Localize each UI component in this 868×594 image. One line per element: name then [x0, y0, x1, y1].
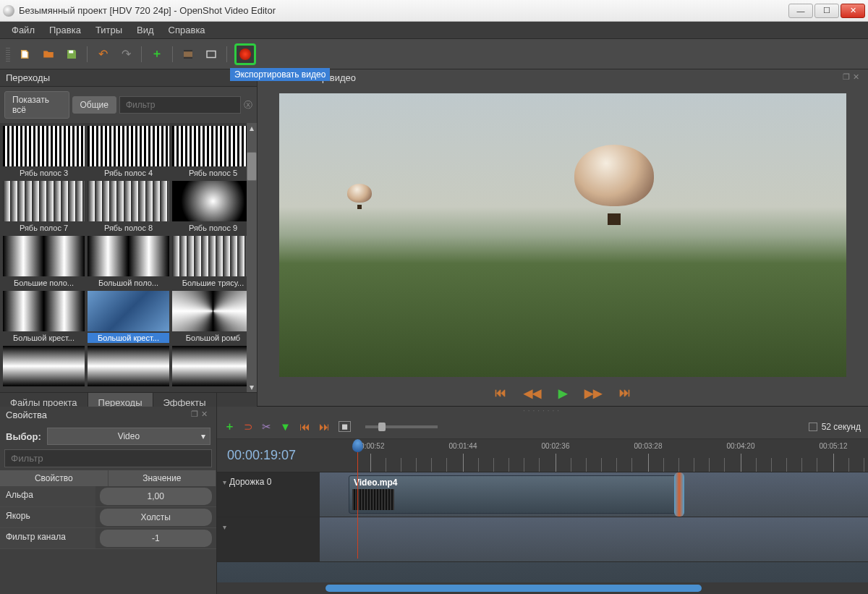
play-icon[interactable]: ▶ — [558, 386, 567, 400]
transition-thumb[interactable]: Рябь полос 5 — [172, 126, 254, 178]
jump-start-icon[interactable]: ⏮ — [495, 386, 506, 399]
window-titlebar: Безымянный проект [HDV 720 24p] - OpenSh… — [0, 0, 868, 22]
selection-label: Выбор: — [6, 431, 41, 442]
menubar: Файл Правка Титры Вид Справка — [0, 22, 868, 39]
undo-icon[interactable]: ↶ — [95, 46, 111, 62]
timeline-toolbar: ＋ ⊃ ✂ ▼ ⏮ ⏭ ◼ 52 секунд — [217, 415, 868, 439]
toolbar-grip[interactable] — [6, 47, 10, 61]
export-tooltip: Экспортировать видео — [230, 68, 330, 81]
selection-dropdown[interactable]: Video — [47, 428, 210, 445]
timeline-duration: 52 секунд — [822, 422, 861, 432]
balloon-graphic — [574, 145, 654, 239]
window-minimize-button[interactable]: — — [788, 4, 813, 18]
transition-thumb[interactable]: Большой поло... — [88, 236, 169, 288]
zoom-slider[interactable] — [365, 425, 438, 428]
snap-icon[interactable]: ⊃ — [244, 420, 253, 433]
track-header-empty[interactable] — [217, 517, 320, 561]
export-video-button[interactable] — [234, 43, 256, 65]
transition-thumb[interactable]: Большой ромб — [172, 291, 254, 343]
import-files-icon[interactable]: ＋ — [149, 46, 165, 62]
clear-filter-icon[interactable]: ⓧ — [244, 99, 252, 111]
svg-rect-3 — [184, 56, 192, 58]
preview-panel: Предпросм отр видео ❐✕ ⏮ ◀◀ ▶ ▶▶ ⏭ — [258, 69, 868, 406]
timecode-display[interactable]: 00:00:19:07 — [217, 448, 320, 463]
center-playhead-icon[interactable]: ◼ — [339, 421, 351, 432]
add-track-icon[interactable]: ＋ — [224, 420, 235, 433]
playhead[interactable] — [357, 439, 358, 559]
transitions-filter-input[interactable] — [119, 96, 241, 114]
window-close-button[interactable]: ✕ — [841, 4, 865, 18]
panel-dock-icon[interactable]: ❐ — [843, 72, 850, 83]
marker-dropdown-icon[interactable]: ▼ — [280, 420, 291, 433]
panel-close-icon[interactable]: ✕ — [201, 410, 208, 420]
menu-edit[interactable]: Правка — [43, 22, 87, 38]
timeline-h-scrollbar[interactable] — [217, 582, 868, 594]
timeline-ruler[interactable]: 00:00:5200:01:4400:02:3600:03:2800:04:20… — [320, 439, 868, 472]
playback-controls: ⏮ ◀◀ ▶ ▶▶ ⏭ — [258, 380, 868, 406]
video-clip[interactable]: Video.mp4 — [349, 475, 678, 514]
transition-marker[interactable] — [674, 472, 684, 517]
save-project-icon[interactable] — [64, 46, 80, 62]
transition-thumb[interactable] — [3, 346, 85, 389]
open-project-icon[interactable] — [41, 46, 56, 62]
prev-marker-icon[interactable]: ⏮ — [299, 420, 310, 433]
transition-thumb[interactable]: Большой крест... — [88, 291, 169, 343]
property-row[interactable]: ЯкорьХолсты — [0, 507, 216, 528]
redo-icon[interactable]: ↷ — [118, 46, 134, 62]
property-row[interactable]: Альфа1,00 — [0, 486, 216, 507]
track-body-empty[interactable] — [320, 517, 868, 561]
transition-thumb[interactable]: Большие поло... — [3, 236, 85, 288]
col-value[interactable]: Значение — [109, 470, 217, 486]
fullscreen-icon[interactable] — [203, 46, 219, 62]
video-preview[interactable] — [279, 93, 846, 377]
new-project-icon[interactable] — [17, 46, 33, 62]
track-body[interactable]: Video.mp4 — [320, 472, 868, 517]
transition-thumb[interactable]: Рябь полос 9 — [172, 181, 254, 233]
properties-panel: Свойства ❐✕ Выбор: Video Свойство Значен… — [0, 407, 217, 594]
svg-rect-0 — [69, 50, 73, 53]
panel-close-icon[interactable]: ✕ — [853, 72, 859, 83]
transition-thumb[interactable]: Большие трясу... — [172, 236, 254, 288]
duration-checkbox[interactable] — [809, 423, 817, 431]
timeline-panel: ········ ＋ ⊃ ✂ ▼ ⏮ ⏭ ◼ 52 секунд 00:00:1… — [217, 407, 868, 594]
transition-thumb[interactable] — [88, 346, 169, 389]
menu-view[interactable]: Вид — [131, 22, 160, 38]
window-maximize-button[interactable]: ☐ — [814, 4, 839, 18]
property-row[interactable]: Фильтр канала-1 — [0, 528, 216, 549]
col-property[interactable]: Свойство — [0, 470, 109, 486]
transition-thumb[interactable]: Рябь полос 3 — [3, 126, 85, 178]
transition-thumb[interactable]: Рябь полос 8 — [88, 181, 169, 233]
menu-help[interactable]: Справка — [163, 22, 211, 38]
transitions-scrollbar[interactable]: ▴ ▾ — [247, 123, 257, 392]
show-all-button[interactable]: Показать всё — [4, 91, 69, 119]
properties-filter-input[interactable] — [4, 449, 212, 467]
track-header[interactable]: Дорожка 0 — [217, 472, 320, 517]
properties-title: Свойства — [6, 410, 47, 420]
next-marker-icon[interactable]: ⏭ — [319, 420, 330, 433]
menu-titles[interactable]: Титры — [90, 22, 128, 38]
main-toolbar: ↶ ↷ ＋ — [0, 39, 868, 69]
svg-rect-2 — [184, 50, 192, 51]
profile-icon[interactable] — [180, 46, 196, 62]
window-title: Безымянный проект [HDV 720 24p] - OpenSh… — [19, 5, 788, 16]
balloon-graphic-small — [347, 184, 372, 213]
transitions-grid: Рябь полос 3Рябь полос 4Рябь полос 5Рябь… — [0, 123, 257, 392]
transition-thumb[interactable]: Рябь полос 4 — [88, 126, 169, 178]
panel-dock-icon[interactable]: ❐ — [191, 410, 198, 420]
common-button[interactable]: Общие — [72, 96, 116, 114]
menu-file[interactable]: Файл — [6, 22, 41, 38]
transition-thumb[interactable] — [172, 346, 254, 389]
svg-rect-4 — [207, 51, 216, 57]
forward-icon[interactable]: ▶▶ — [584, 386, 602, 400]
razor-icon[interactable]: ✂ — [262, 420, 271, 433]
jump-end-icon[interactable]: ⏭ — [619, 386, 631, 399]
transition-thumb[interactable]: Рябь полос 7 — [3, 181, 85, 233]
app-icon — [3, 5, 14, 17]
rewind-icon[interactable]: ◀◀ — [524, 386, 541, 400]
transitions-panel-title: Переходы — [0, 69, 257, 87]
left-panel: Переходы Показать всё Общие ⓧ Рябь полос… — [0, 69, 258, 406]
transition-thumb[interactable]: Большой крест... — [3, 291, 85, 343]
clip-thumbnail — [352, 489, 394, 510]
export-video-icon — [239, 48, 251, 60]
